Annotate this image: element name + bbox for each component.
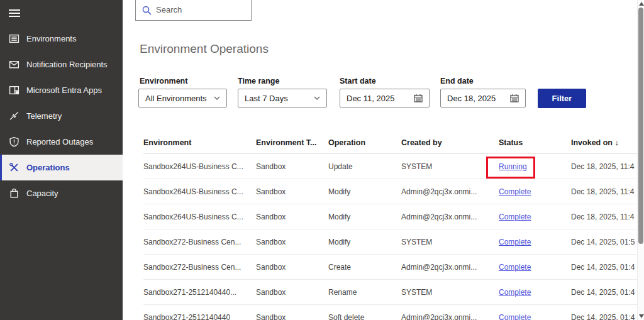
search-icon <box>142 6 152 15</box>
sidebar-item-reported-outages[interactable]: Reported Outages <box>0 129 123 155</box>
cell-invoked-on: Dec 14, 2025, 01:4 <box>571 305 644 320</box>
cell-created-by: SYSTEM <box>401 154 499 179</box>
sidebar-item-label: Notification Recipients <box>26 60 108 69</box>
cell-operation: Modify <box>328 179 401 204</box>
chevron-down-icon <box>314 96 320 100</box>
cell-created-by: SYSTEM <box>401 229 499 255</box>
cell-created-by: Admin@2qcj3x.onmi... <box>401 179 499 204</box>
cell-invoked-on: Dec 14, 2025, 01:5 <box>571 229 644 255</box>
scrollbar-thumb[interactable] <box>638 8 643 244</box>
sidebar-item-capacity[interactable]: Capacity <box>0 180 123 206</box>
start-date-value: Dec 11, 2025 <box>347 94 394 103</box>
sidebar-item-telemetry[interactable]: Telemetry <box>0 103 123 129</box>
time-range-dropdown[interactable]: Last 7 Days <box>238 89 327 108</box>
column-header-invoked-on[interactable]: Invoked on ↓ <box>571 138 644 147</box>
sidebar-item-notification-recipients[interactable]: Notification Recipients <box>0 52 123 77</box>
cell-created-by: Admin@2qcj3x.onmi... <box>401 204 499 229</box>
table-row: Sandbox271-2512140440... Sandbox Rename … <box>143 280 644 305</box>
vertical-scrollbar[interactable] <box>637 0 644 320</box>
cell-invoked-on: Dec 18, 2025, 11:4 <box>571 154 644 179</box>
environments-icon <box>9 33 19 44</box>
column-header-environment-type[interactable]: Environment T... <box>256 138 328 147</box>
cell-invoked-on: Dec 14, 2025, 01:4 <box>571 280 644 305</box>
search-box[interactable] <box>135 0 252 21</box>
mail-icon <box>9 59 19 70</box>
cell-operation: Modify <box>328 204 401 229</box>
apps-grid-icon <box>9 85 19 96</box>
cell-environment: Sandbox271-2512140440... <box>143 280 256 305</box>
cell-environment-type: Sandbox <box>256 204 328 229</box>
column-header-status[interactable]: Status <box>499 138 571 147</box>
cell-environment-type: Sandbox <box>256 305 328 320</box>
status-link[interactable]: Complete <box>499 238 531 246</box>
cell-environment: Sandbox271-2512140440 <box>143 305 256 320</box>
environment-filter-label: Environment <box>140 77 187 86</box>
cell-environment: Sandbox264US-Business C... <box>143 179 256 204</box>
sidebar-item-label: Microsoft Entra Apps <box>26 86 102 95</box>
cell-environment-type: Sandbox <box>256 179 328 204</box>
column-header-created-by[interactable]: Created by <box>401 138 499 147</box>
sidebar: Environments Notification Recipients Mic… <box>0 0 123 320</box>
cell-created-by: Admin@2qcj3x.onmi... <box>401 305 499 320</box>
cell-operation: Rename <box>328 280 401 305</box>
cell-environment-type: Sandbox <box>256 255 328 280</box>
search-input[interactable] <box>136 0 251 20</box>
bag-icon <box>9 188 19 199</box>
table-row: Sandbox272-Business Cen... Sandbox Modif… <box>143 229 644 255</box>
sidebar-item-label: Environments <box>26 34 76 43</box>
status-link[interactable]: Complete <box>499 263 531 272</box>
hamburger-menu-button[interactable] <box>0 0 123 26</box>
end-date-picker[interactable]: Dec 18, 2025 <box>440 89 526 108</box>
table-row: Sandbox264US-Business C... Sandbox Modif… <box>143 179 644 204</box>
calendar-icon <box>510 94 519 102</box>
sidebar-item-label: Reported Outages <box>26 137 93 146</box>
column-header-operation[interactable]: Operation <box>328 138 401 147</box>
sidebar-item-environments[interactable]: Environments <box>0 26 123 52</box>
cell-environment-type: Sandbox <box>256 229 328 255</box>
start-date-picker[interactable]: Dec 11, 2025 <box>340 89 430 108</box>
sidebar-item-operations[interactable]: Operations <box>0 155 123 180</box>
end-date-value: Dec 18, 2025 <box>447 94 496 103</box>
status-link[interactable]: Running <box>499 162 527 171</box>
cell-operation: Update <box>328 154 401 179</box>
cell-operation: Create <box>328 255 401 280</box>
operations-table: Environment Environment T... Operation C… <box>143 136 644 320</box>
filter-button[interactable]: Filter <box>538 89 586 108</box>
telemetry-icon <box>9 111 19 121</box>
cell-created-by: Admin@2qcj3x.onmi... <box>401 255 499 280</box>
status-link[interactable]: Complete <box>499 313 531 320</box>
sidebar-item-label: Telemetry <box>26 111 62 121</box>
chevron-down-icon <box>214 96 220 100</box>
calendar-icon <box>414 94 423 102</box>
main-content: Environment Operations Environment Time … <box>123 0 644 320</box>
cell-invoked-on: Dec 14, 2025, 01:4 <box>571 255 644 280</box>
time-range-filter-label: Time range <box>238 77 279 86</box>
status-link[interactable]: Complete <box>499 187 531 196</box>
cell-environment: Sandbox264US-Business C... <box>143 154 256 179</box>
table-row: Sandbox271-2512140440 Sandbox Soft delet… <box>143 305 644 320</box>
end-date-filter-label: End date <box>440 77 474 86</box>
shield-alert-icon <box>9 136 19 147</box>
table-row: Sandbox264US-Business C... Sandbox Modif… <box>143 204 644 229</box>
sidebar-item-microsoft-entra-apps[interactable]: Microsoft Entra Apps <box>0 77 123 103</box>
cell-operation: Soft delete <box>328 305 401 320</box>
column-header-environment[interactable]: Environment <box>143 138 256 147</box>
sidebar-item-label: Operations <box>26 163 70 172</box>
scrollbar-up-arrow[interactable] <box>639 2 644 6</box>
tools-icon <box>9 162 19 173</box>
environment-dropdown[interactable]: All Environments <box>138 89 227 108</box>
start-date-filter-label: Start date <box>340 77 376 86</box>
cell-environment: Sandbox272-Business Cen... <box>143 255 256 280</box>
time-range-dropdown-value: Last 7 Days <box>245 94 288 103</box>
status-link[interactable]: Complete <box>499 212 531 221</box>
cell-invoked-on: Dec 18, 2025, 11:4 <box>571 204 644 229</box>
cell-environment-type: Sandbox <box>256 154 328 179</box>
environment-dropdown-value: All Environments <box>145 94 207 103</box>
status-link[interactable]: Complete <box>499 288 531 297</box>
cell-environment-type: Sandbox <box>256 280 328 305</box>
hamburger-icon <box>9 9 20 18</box>
page-title: Environment Operations <box>140 42 269 56</box>
table-row: Sandbox264US-Business C... Sandbox Updat… <box>143 154 644 179</box>
scrollbar-down-arrow[interactable] <box>639 314 644 318</box>
table-row: Sandbox272-Business Cen... Sandbox Creat… <box>143 255 644 280</box>
